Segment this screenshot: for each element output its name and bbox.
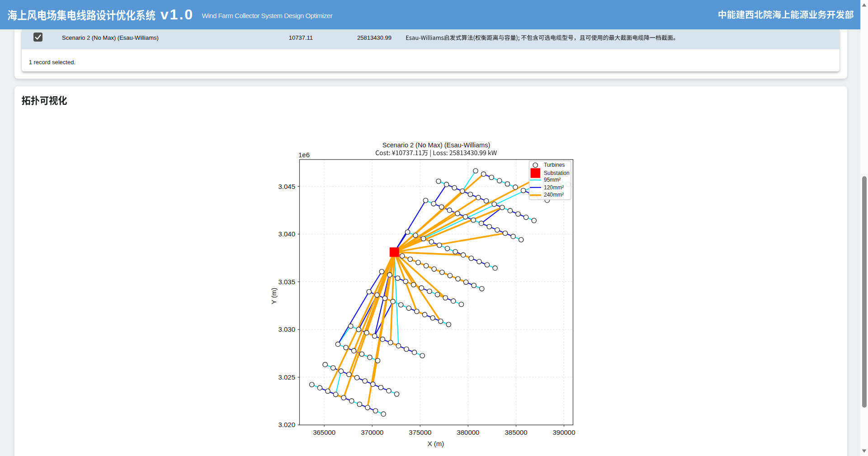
svg-text:385000: 385000 <box>505 428 527 436</box>
svg-text:X (m): X (m) <box>428 440 444 447</box>
svg-text:3.025: 3.025 <box>278 373 295 381</box>
svg-text:3.020: 3.020 <box>278 421 295 428</box>
svg-text:3.030: 3.030 <box>278 325 295 333</box>
svg-text:Wind Farm Collector System Des: Wind Farm Collector System Design Optimi… <box>202 12 333 19</box>
svg-text:v1.0: v1.0 <box>160 6 194 23</box>
svg-text:370000: 370000 <box>361 428 383 436</box>
svg-text:3.040: 3.040 <box>278 230 295 238</box>
svg-text:3.045: 3.045 <box>278 183 295 190</box>
svg-text:390000: 390000 <box>552 428 575 436</box>
svg-text:380000: 380000 <box>457 428 479 436</box>
svg-text:Substation: Substation <box>544 170 570 176</box>
svg-text:Scenario 2 (No Max) (Esau-Will: Scenario 2 (No Max) (Esau-Williams) <box>382 141 491 149</box>
svg-text:95mm²: 95mm² <box>544 177 561 183</box>
svg-text:Turbines: Turbines <box>544 162 565 168</box>
svg-text:3.035: 3.035 <box>278 278 295 286</box>
svg-text:Y (m): Y (m) <box>270 288 278 304</box>
svg-text:375000: 375000 <box>409 428 431 436</box>
svg-text:120mm²: 120mm² <box>544 184 564 191</box>
svg-text:1e6: 1e6 <box>298 151 310 159</box>
svg-text:365000: 365000 <box>313 428 335 436</box>
svg-text:240mm²: 240mm² <box>544 192 564 198</box>
